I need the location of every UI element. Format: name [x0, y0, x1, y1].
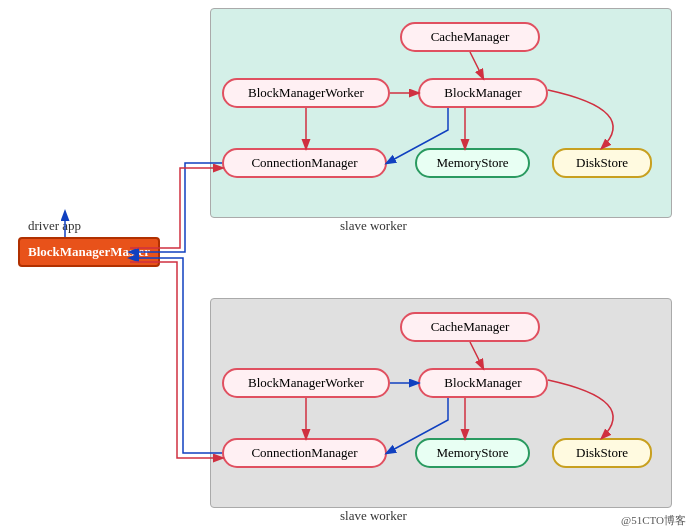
bot-disk-store: DiskStore [552, 438, 652, 468]
top-block-manager: BlockManager [418, 78, 548, 108]
top-memory-store: MemoryStore [415, 148, 530, 178]
bot-memory-store: MemoryStore [415, 438, 530, 468]
diagram: slave worker slave worker driver app Blo… [0, 0, 692, 532]
bottom-panel-label: slave worker [340, 508, 407, 524]
bot-connection-manager: ConnectionManager [222, 438, 387, 468]
bot-block-manager: BlockManager [418, 368, 548, 398]
bot-block-manager-worker: BlockManagerWorker [222, 368, 390, 398]
watermark: @51CTO博客 [621, 513, 686, 528]
top-connection-manager: ConnectionManager [222, 148, 387, 178]
block-manager-master: BlockManagerMaster [18, 237, 160, 267]
driver-label: driver app [28, 218, 81, 234]
top-cache-manager: CacheManager [400, 22, 540, 52]
top-disk-store: DiskStore [552, 148, 652, 178]
top-block-manager-worker: BlockManagerWorker [222, 78, 390, 108]
bot-cache-manager: CacheManager [400, 312, 540, 342]
top-panel-label: slave worker [340, 218, 407, 234]
